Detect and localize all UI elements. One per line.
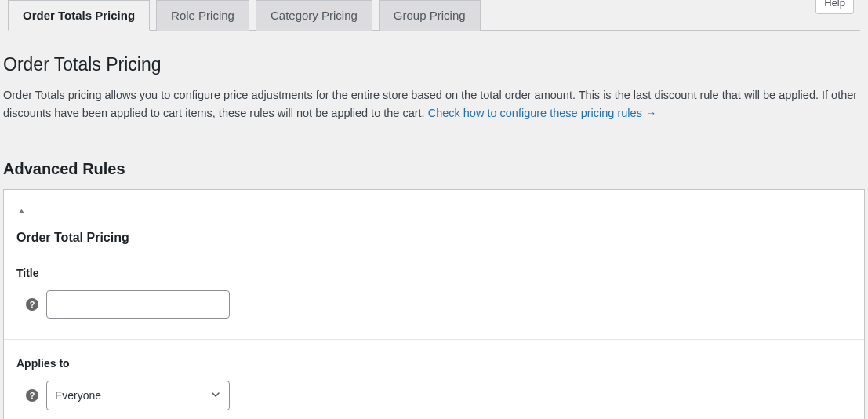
panel-heading: Order Total Pricing: [16, 231, 852, 245]
applies-to-select[interactable]: Everyone: [46, 381, 230, 410]
collapse-up-icon[interactable]: ▲: [16, 207, 27, 216]
page-description: Order Totals pricing allows you to confi…: [3, 86, 858, 122]
applies-to-field-label: Applies to: [16, 357, 852, 370]
tabs-nav: Order Totals Pricing Role Pricing Catego…: [8, 0, 860, 31]
applies-to-field-row: ? Everyone: [16, 381, 852, 410]
advanced-rules-heading: Advanced Rules: [3, 160, 865, 178]
tab-group-pricing[interactable]: Group Pricing: [379, 0, 481, 31]
help-button[interactable]: Help: [815, 0, 854, 14]
tab-category-pricing[interactable]: Category Pricing: [256, 0, 372, 31]
applies-to-select-wrapper: Everyone: [46, 381, 230, 410]
help-icon[interactable]: ?: [26, 389, 38, 402]
tab-order-totals-pricing[interactable]: Order Totals Pricing: [8, 0, 150, 31]
help-icon[interactable]: ?: [26, 298, 38, 311]
rules-panel: ▲ Order Total Pricing Title ? Applies to…: [3, 189, 865, 419]
divider: [4, 339, 864, 340]
configure-pricing-rules-link[interactable]: Check how to configure these pricing rul…: [428, 107, 657, 119]
tab-role-pricing[interactable]: Role Pricing: [156, 0, 249, 31]
title-field-label: Title: [16, 267, 852, 279]
title-field-row: ?: [16, 290, 852, 319]
title-input[interactable]: [46, 290, 230, 319]
page-title: Order Totals Pricing: [3, 54, 865, 75]
